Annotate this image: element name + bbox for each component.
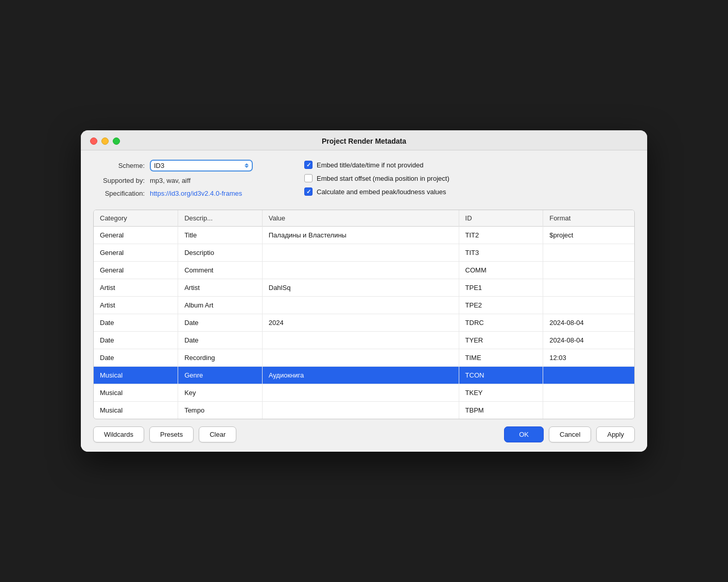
checkbox-peak-loudness[interactable] [304, 187, 313, 196]
cell-description: Tempo [178, 402, 263, 419]
cell-format: 2024-08-04 [543, 314, 634, 332]
table-row[interactable]: ArtistAlbum ArtTPE2 [94, 297, 634, 314]
cell-format [543, 297, 634, 314]
maximize-button[interactable] [113, 138, 120, 145]
metadata-table: Category Descrip... Value ID Format Gene… [94, 210, 634, 419]
cell-category: Artist [94, 297, 178, 314]
checkbox-label-3: Calculate and embed peak/loudness values [317, 188, 446, 196]
cell-id: TCON [459, 367, 543, 384]
table-row[interactable]: DateDateTYER2024-08-04 [94, 332, 634, 349]
table-header-row: Category Descrip... Value ID Format [94, 210, 634, 227]
cell-value [262, 244, 459, 262]
specification-label: Specification: [93, 190, 150, 197]
table-body: GeneralTitleПаладины и ВластелиныTIT2$pr… [94, 227, 634, 419]
checkbox-row-1: Embed title/date/time if not provided [304, 161, 635, 169]
cell-value [262, 402, 459, 419]
col-header-description: Descrip... [178, 210, 263, 227]
cell-description: Artist [178, 279, 263, 297]
wildcards-button[interactable]: Wildcards [93, 426, 144, 442]
cell-category: Musical [94, 367, 178, 384]
cell-category: General [94, 262, 178, 279]
cell-description: Key [178, 384, 263, 402]
table-row[interactable]: MusicalKeyTKEY [94, 384, 634, 402]
table-row[interactable]: GeneralCommentCOMM [94, 262, 634, 279]
close-button[interactable] [90, 138, 97, 145]
cell-description: Album Art [178, 297, 263, 314]
col-header-category: Category [94, 210, 178, 227]
checkbox-label-2: Embed start offset (media position in pr… [317, 175, 449, 182]
presets-button[interactable]: Presets [149, 426, 194, 442]
supported-label: Supported by: [93, 177, 150, 184]
table-row[interactable]: MusicalTempoTBPM [94, 402, 634, 419]
col-header-value: Value [262, 210, 459, 227]
cell-description: Genre [178, 367, 263, 384]
left-fields: Scheme: ID3 Supported by: mp3, wav, aiff… [93, 160, 289, 202]
cell-value [262, 332, 459, 349]
cell-id: TIT2 [459, 227, 543, 244]
supported-row: Supported by: mp3, wav, aiff [93, 177, 289, 184]
clear-button[interactable]: Clear [199, 426, 236, 442]
supported-value: mp3, wav, aiff [150, 177, 190, 184]
arrow-down-icon [245, 166, 249, 168]
cell-value: Паладины и Властелины [262, 227, 459, 244]
table-row[interactable]: DateDate2024TDRC2024-08-04 [94, 314, 634, 332]
cell-id: TPE1 [459, 279, 543, 297]
titlebar: Project Render Metadata [81, 130, 647, 150]
cell-category: Musical [94, 384, 178, 402]
cell-category: Artist [94, 279, 178, 297]
arrow-up-icon [245, 163, 249, 165]
cell-id: TKEY [459, 384, 543, 402]
cell-id: TPE2 [459, 297, 543, 314]
cell-id: TDRC [459, 314, 543, 332]
table-row[interactable]: MusicalGenreАудиокнигаTCON [94, 367, 634, 384]
col-header-format: Format [543, 210, 634, 227]
main-content: Scheme: ID3 Supported by: mp3, wav, aiff… [81, 150, 647, 419]
table-row[interactable]: GeneralTitleПаладины и ВластелиныTIT2$pr… [94, 227, 634, 244]
table-row[interactable]: DateRecordingTIME12:03 [94, 349, 634, 367]
apply-button[interactable]: Apply [596, 426, 635, 442]
checkbox-row-2: Embed start offset (media position in pr… [304, 174, 635, 182]
col-header-id: ID [459, 210, 543, 227]
specification-link[interactable]: https://id3.org/id3v2.4.0-frames [150, 190, 242, 197]
cell-category: Date [94, 349, 178, 367]
cell-value: Аудиокнига [262, 367, 459, 384]
cell-description: Date [178, 332, 263, 349]
cell-category: General [94, 227, 178, 244]
scheme-label: Scheme: [93, 162, 150, 169]
checkbox-embed-title[interactable] [304, 161, 313, 169]
checkboxes-section: Embed title/date/time if not provided Em… [289, 160, 635, 196]
scheme-row: Scheme: ID3 [93, 160, 289, 172]
scheme-select[interactable]: ID3 [150, 160, 253, 172]
cancel-button[interactable]: Cancel [549, 426, 591, 442]
cell-format [543, 262, 634, 279]
cell-category: General [94, 244, 178, 262]
cell-id: COMM [459, 262, 543, 279]
cell-format [543, 279, 634, 297]
checkbox-row-3: Calculate and embed peak/loudness values [304, 187, 635, 196]
cell-value [262, 297, 459, 314]
window-title: Project Render Metadata [322, 137, 406, 145]
scheme-value: ID3 [154, 162, 164, 169]
minimize-button[interactable] [101, 138, 109, 145]
cell-id: TIME [459, 349, 543, 367]
cell-id: TYER [459, 332, 543, 349]
cell-description: Descriptio [178, 244, 263, 262]
checkbox-embed-offset[interactable] [304, 174, 313, 182]
scheme-arrows [245, 163, 249, 168]
cell-description: Title [178, 227, 263, 244]
cell-description: Recording [178, 349, 263, 367]
cell-description: Comment [178, 262, 263, 279]
cell-description: Date [178, 314, 263, 332]
cell-format: 12:03 [543, 349, 634, 367]
table-row[interactable]: GeneralDescriptioTIT3 [94, 244, 634, 262]
checkbox-label-1: Embed title/date/time if not provided [317, 161, 423, 169]
cell-value: DahlSq [262, 279, 459, 297]
top-section: Scheme: ID3 Supported by: mp3, wav, aiff… [93, 160, 635, 202]
specification-row: Specification: https://id3.org/id3v2.4.0… [93, 190, 289, 197]
cell-value: 2024 [262, 314, 459, 332]
metadata-table-container: Category Descrip... Value ID Format Gene… [93, 210, 635, 419]
ok-button[interactable]: OK [504, 426, 544, 442]
table-row[interactable]: ArtistArtistDahlSqTPE1 [94, 279, 634, 297]
main-window: Project Render Metadata Scheme: ID3 [81, 130, 647, 452]
cell-id: TBPM [459, 402, 543, 419]
